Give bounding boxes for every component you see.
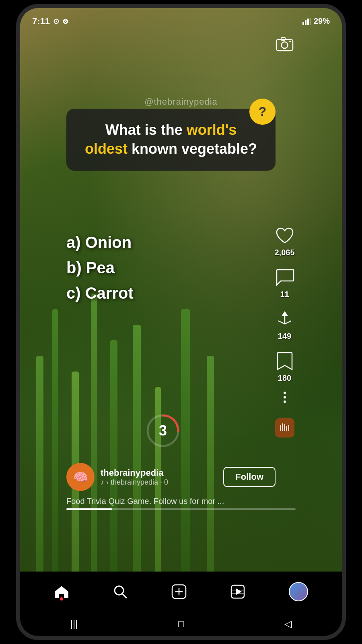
music-note: ♪ [101,478,104,487]
share-action[interactable]: 149 [274,308,296,341]
bottom-nav [20,572,342,612]
messenger-icon: ⊗ [62,17,68,26]
fb-icon: ⊙ [53,17,59,26]
android-recent[interactable]: ||| [70,618,78,630]
svg-rect-27 [231,593,244,594]
more-dot-2 [284,396,286,398]
question-suffix: known vegetable? [128,140,257,157]
question-box: What is the world's oldest known vegetab… [66,109,276,171]
progress-bar [66,508,296,510]
svg-point-7 [289,41,291,42]
comment-count: 11 [280,290,289,299]
phone-frame: 7:11 ⊙ ⊗ 29% [16,4,346,640]
timer-number: 3 [159,422,167,439]
nav-home[interactable] [54,584,69,599]
user-bar: 🧠 thebrainypedia ♪ › thebrainypedia · 0 … [66,463,276,491]
music-action[interactable] [275,418,294,438]
android-back[interactable]: ◁ [284,618,292,630]
user-meta: ♪ › thebrainypedia · 0 [101,478,217,487]
timer-circle: 3 [145,413,181,449]
svg-marker-13 [282,311,288,316]
music-icon[interactable] [275,418,294,438]
camera-icon[interactable] [274,32,296,54]
more-dot-1 [284,392,286,394]
nav-search[interactable] [113,584,128,599]
svg-rect-2 [307,19,309,25]
time: 7:11 [32,16,50,27]
svg-rect-18 [288,425,289,431]
nav-profile[interactable] [289,582,308,601]
user-avatar[interactable]: 🧠 [66,463,95,491]
battery-text: 29% [314,17,330,26]
status-bar: 7:11 ⊙ ⊗ 29% [20,8,342,30]
follow-button[interactable]: Follow [223,467,276,487]
save-count: 180 [278,374,291,383]
avatar-emoji: 🧠 [73,470,88,484]
svg-rect-15 [282,423,283,431]
svg-rect-3 [310,18,311,25]
question-mark-icon: ? [249,99,276,125]
status-left: 7:11 ⊙ ⊗ [32,16,68,27]
answer-b[interactable]: b) Pea [66,259,276,277]
signal-icon [302,18,311,25]
svg-rect-17 [286,426,287,431]
answer-a[interactable]: a) Onion [66,233,276,252]
share-icon[interactable] [274,308,296,330]
answers-area: a) Onion b) Pea c) Carrot [66,233,276,310]
home-dot [60,597,63,601]
android-nav: ||| □ ◁ [20,612,342,636]
save-action[interactable]: 180 [274,350,296,383]
profile-avatar[interactable] [289,582,308,601]
svg-line-20 [122,594,126,598]
comment-icon[interactable] [274,266,296,288]
question-text: What is the world's oldest known vegetab… [78,121,263,159]
video-area[interactable]: @thebrainypedia ? What is the world's ol… [20,8,342,574]
question-highlight1: world's [187,122,237,138]
right-sidebar: 2,065 11 [274,224,296,445]
save-icon[interactable] [274,350,296,372]
svg-rect-26 [231,590,244,590]
svg-line-10 [278,321,285,324]
answer-c[interactable]: c) Carrot [66,284,276,302]
like-icon[interactable] [274,224,296,246]
svg-rect-1 [305,20,306,25]
share-count: 149 [278,332,291,341]
user-info: thebrainypedia ♪ › thebrainypedia · 0 [101,468,217,487]
svg-rect-14 [280,425,281,431]
watermark: @thebrainypedia [144,97,218,107]
username[interactable]: thebrainypedia [101,468,217,478]
status-right: 29% [302,17,330,26]
svg-rect-16 [284,424,285,431]
svg-point-5 [282,42,288,48]
svg-rect-0 [302,22,304,25]
like-action[interactable]: 2,065 [274,224,296,257]
meta-text: thebrainypedia · 0 [111,478,168,487]
nav-reels[interactable] [230,584,245,599]
chevron-right-icon: › [106,478,109,487]
question-highlight2: oldest [85,140,128,157]
svg-line-11 [285,321,291,324]
question-prefix: What is the [105,122,187,138]
nav-add[interactable] [171,584,187,599]
more-action[interactable] [284,392,286,409]
android-home[interactable]: □ [178,618,184,630]
progress-fill [66,508,112,510]
svg-marker-25 [236,588,242,595]
caption: Food Trivia Quiz Game. Follow us for mor… [66,497,276,506]
comment-action[interactable]: 11 [274,266,296,299]
like-count: 2,065 [274,248,294,257]
more-dot-3 [284,400,286,403]
